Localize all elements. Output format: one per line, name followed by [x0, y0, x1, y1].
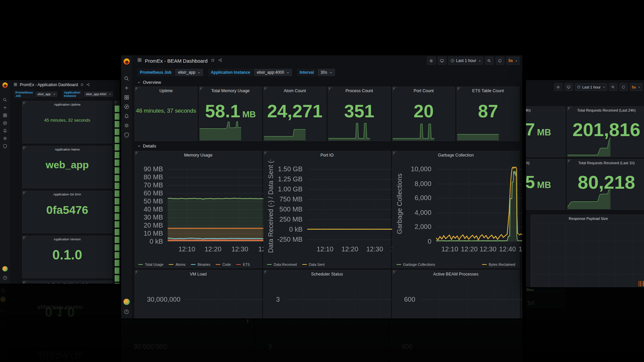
- legend-item[interactable]: Binaries: [191, 262, 210, 266]
- variable-value-dropdown[interactable]: elixir_app: [175, 69, 203, 76]
- alerting-bell-icon[interactable]: [3, 128, 7, 133]
- legend-item[interactable]: Bytes Reclaimed: [482, 262, 515, 266]
- configuration-gear-icon[interactable]: [3, 136, 7, 141]
- help-icon[interactable]: [3, 276, 7, 280]
- panel-title[interactable]: Application Git SHA: [28, 192, 107, 196]
- share-icon[interactable]: [218, 58, 222, 64]
- add-icon[interactable]: [124, 85, 129, 91]
- legend-item[interactable]: Data Received: [267, 262, 297, 266]
- panel-title[interactable]: Total Requests Received (Last 1h): [573, 161, 640, 165]
- panel-title[interactable]: Port Count: [398, 88, 449, 93]
- refresh-button[interactable]: [620, 83, 628, 91]
- server-admin-shield-icon[interactable]: [124, 132, 129, 138]
- user-avatar[interactable]: [2, 266, 8, 272]
- panel-title[interactable]: Total Memory Usage: [205, 88, 256, 93]
- legend-item[interactable]: ETS: [236, 262, 250, 266]
- panel-info-icon[interactable]: i: [392, 151, 397, 156]
- panel-title[interactable]: Atom Count: [269, 88, 321, 93]
- help-icon[interactable]: [124, 309, 129, 314]
- explore-compass-icon[interactable]: [124, 104, 129, 110]
- variable-value-dropdown[interactable]: elixir_app:4000: [84, 92, 113, 97]
- refresh-button[interactable]: [496, 57, 504, 65]
- zoom-out-button[interactable]: [485, 57, 494, 65]
- panel-info-icon[interactable]: i: [457, 87, 462, 92]
- explore-compass-icon[interactable]: [3, 121, 7, 125]
- variable-value-dropdown[interactable]: elixir_app:4000: [254, 69, 292, 76]
- panel-info-icon[interactable]: i: [135, 87, 140, 92]
- section-overview[interactable]: Overview: [135, 78, 520, 86]
- panel-title[interactable]: VM Load: [140, 272, 256, 277]
- server-admin-shield-icon[interactable]: [3, 144, 7, 148]
- panel-info-icon[interactable]: [114, 101, 118, 104]
- star-icon[interactable]: [80, 82, 84, 88]
- legend-item[interactable]: Atoms: [169, 262, 185, 266]
- cycle-view-mode-button[interactable]: [438, 57, 446, 65]
- dashboard-title[interactable]: PromEx - Application Dashboard: [20, 82, 78, 87]
- panel-title[interactable]: Garbage Collection: [398, 153, 514, 158]
- panel-info-icon[interactable]: i: [392, 270, 397, 275]
- active-beam-processes-chart[interactable]: [393, 278, 522, 318]
- panel-info-icon[interactable]: i: [199, 87, 204, 92]
- panel-info-icon[interactable]: i: [328, 87, 333, 92]
- panel-info-icon[interactable]: i: [22, 281, 28, 284]
- dashboard-settings-button[interactable]: [427, 57, 436, 65]
- grafana-logo-icon[interactable]: [123, 58, 130, 65]
- user-avatar[interactable]: [123, 299, 130, 305]
- variable-value-dropdown[interactable]: 30s: [318, 69, 335, 76]
- panel-title[interactable]: Response Payload Size: [536, 217, 640, 221]
- dashboards-icon[interactable]: [124, 95, 129, 100]
- response-payload-heatmap[interactable]: [532, 224, 644, 287]
- panel-info-icon[interactable]: i: [567, 159, 572, 164]
- grafana-logo-icon[interactable]: [2, 82, 8, 88]
- configuration-gear-icon[interactable]: [124, 123, 129, 128]
- legend-item[interactable]: Data Sent: [302, 262, 325, 266]
- panel-info-icon[interactable]: i: [264, 87, 269, 92]
- panel-info-icon[interactable]: i: [22, 101, 28, 106]
- panel-title[interactable]: rred (Last 1h): [526, 161, 560, 165]
- dashboard-title[interactable]: PromEx - BEAM Dashboard: [145, 58, 208, 64]
- cycle-view-mode-button[interactable]: [565, 83, 573, 91]
- panel-info-icon[interactable]: i: [22, 191, 28, 196]
- panel-info-icon[interactable]: i: [135, 151, 140, 156]
- alerting-bell-icon[interactable]: [124, 113, 129, 119]
- panel-title[interactable]: Memory Usage: [140, 153, 256, 158]
- refresh-interval-picker[interactable]: 5s: [630, 83, 642, 91]
- search-icon[interactable]: [124, 76, 129, 81]
- garbage-collection-chart[interactable]: [393, 160, 522, 260]
- panel-info-icon[interactable]: i: [22, 146, 28, 151]
- zoom-out-button[interactable]: [609, 83, 618, 91]
- panel-info-icon[interactable]: i: [264, 151, 269, 156]
- legend-item[interactable]: Garbage Collections: [396, 262, 435, 266]
- panel-title[interactable]: Application Uptime: [28, 103, 107, 106]
- panel-title[interactable]: Application Version: [28, 237, 107, 241]
- time-range-picker[interactable]: Last 1 hour: [575, 83, 607, 91]
- panel-title[interactable]: Uptime: [140, 88, 192, 93]
- panel-title[interactable]: Application Modules Loaded: [28, 282, 107, 284]
- panel-title[interactable]: Application Name: [28, 147, 107, 151]
- legend-item[interactable]: Code: [216, 262, 231, 266]
- section-details[interactable]: Details: [135, 142, 520, 149]
- panel-info-icon[interactable]: i: [135, 270, 140, 275]
- panel-info-icon[interactable]: i: [264, 270, 269, 275]
- share-icon[interactable]: [86, 82, 90, 88]
- dashboards-icon[interactable]: [3, 113, 7, 118]
- variable-value-dropdown[interactable]: elixir_app: [36, 92, 57, 97]
- panel-title[interactable]: rred (Last 24h): [526, 108, 560, 112]
- panel-info-icon[interactable]: i: [392, 87, 397, 92]
- add-icon[interactable]: [3, 105, 7, 110]
- panel-title[interactable]: Process Count: [333, 88, 385, 93]
- refresh-interval-picker[interactable]: 5s: [506, 57, 520, 65]
- stat-value: 87: [457, 101, 519, 121]
- panel-title[interactable]: Total Requests Received (Last 24h): [573, 108, 640, 112]
- panel-title[interactable]: Scheduler Status: [269, 272, 385, 277]
- search-icon[interactable]: [3, 98, 7, 102]
- legend-item[interactable]: Total Usage: [138, 262, 163, 266]
- star-icon[interactable]: [211, 58, 215, 64]
- panel-title[interactable]: ETS Table Count: [462, 88, 514, 93]
- panel-title[interactable]: Port IO: [269, 153, 385, 158]
- panel-info-icon[interactable]: i: [567, 107, 572, 112]
- time-range-picker[interactable]: Last 1 hour: [448, 57, 483, 65]
- dashboard-settings-button[interactable]: [554, 83, 562, 91]
- panel-info-icon[interactable]: i: [22, 236, 28, 241]
- panel-title[interactable]: Active BEAM Processes: [398, 272, 514, 277]
